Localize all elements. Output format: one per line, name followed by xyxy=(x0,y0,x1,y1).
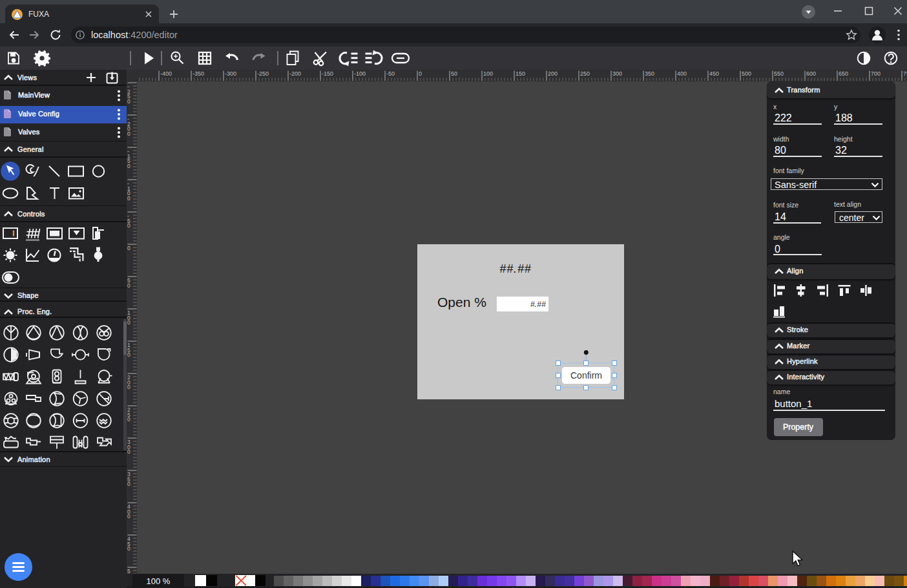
svg-text:-50: -50 xyxy=(386,70,395,77)
svg-text:550: 550 xyxy=(774,70,784,77)
svg-text:600: 600 xyxy=(806,70,816,77)
svg-text:400: 400 xyxy=(677,70,687,77)
svg-text:-100: -100 xyxy=(354,70,366,77)
svg-text:150: 150 xyxy=(516,70,525,77)
svg-text:200: 200 xyxy=(548,70,558,77)
svg-text:-400: -400 xyxy=(160,70,172,77)
svg-text:-200: -200 xyxy=(289,70,301,77)
svg-text:50: 50 xyxy=(451,70,457,77)
svg-text:0: 0 xyxy=(419,70,422,77)
svg-text:-150: -150 xyxy=(322,70,333,77)
svg-text:300: 300 xyxy=(612,70,622,77)
svg-text:100: 100 xyxy=(483,70,493,77)
svg-text:250: 250 xyxy=(580,70,590,77)
svg-text:750: 750 xyxy=(903,70,907,77)
svg-text:500: 500 xyxy=(742,70,751,77)
svg-text:650: 650 xyxy=(839,70,848,77)
svg-text:-350: -350 xyxy=(193,70,204,77)
svg-text:-300: -300 xyxy=(225,70,236,77)
svg-text:700: 700 xyxy=(871,70,881,77)
svg-text:350: 350 xyxy=(645,70,654,77)
svg-text:-250: -250 xyxy=(257,70,269,77)
svg-text:450: 450 xyxy=(709,70,719,77)
